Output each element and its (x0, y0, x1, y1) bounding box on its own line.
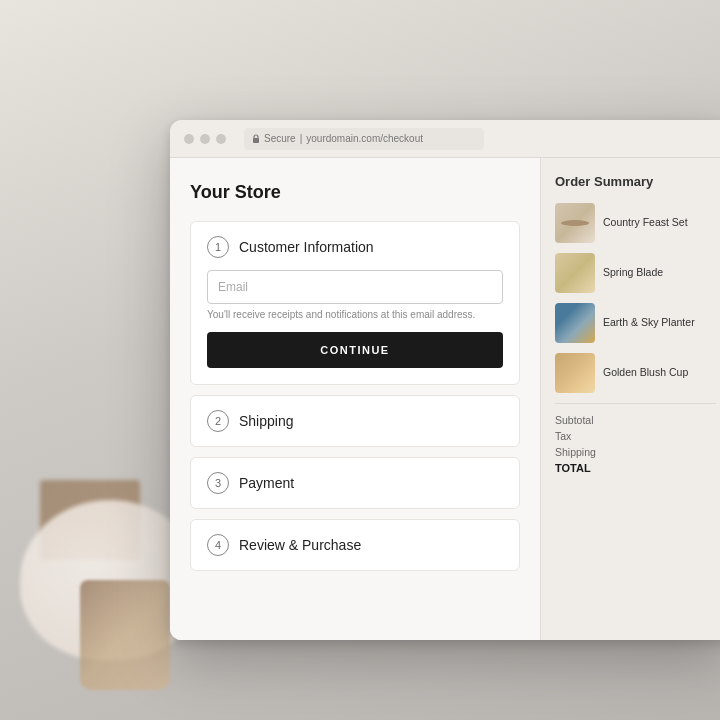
summary-line-tax: Tax (555, 430, 716, 442)
step-4-title: Review & Purchase (239, 537, 361, 553)
total-label: TOTAL (555, 462, 591, 474)
traffic-light-green (216, 134, 226, 144)
email-input[interactable] (207, 270, 503, 304)
order-item-3: Earth & Sky Planter (555, 303, 716, 343)
address-bar: Secure | yourdomain.com/checkout (244, 128, 484, 150)
item-thumb-3 (555, 303, 595, 343)
subtotal-label: Subtotal (555, 414, 594, 426)
item-thumb-4 (555, 353, 595, 393)
item-name-3: Earth & Sky Planter (603, 316, 695, 330)
bg-decoration-cup (80, 580, 170, 690)
step-customer-information: 1 Customer Information You'll receive re… (190, 221, 520, 385)
step-2-number: 2 (207, 410, 229, 432)
browser-chrome: Secure | yourdomain.com/checkout (170, 120, 720, 158)
step-1-title: Customer Information (239, 239, 374, 255)
step-4-header: 4 Review & Purchase (207, 534, 503, 556)
continue-button[interactable]: CONTINUE (207, 332, 503, 368)
step-2-title: Shipping (239, 413, 294, 429)
device-frame: Secure | yourdomain.com/checkout Your St… (170, 120, 720, 640)
step-review-purchase: 4 Review & Purchase (190, 519, 520, 571)
checkout-main: Your Store 1 Customer Information You'll… (170, 158, 540, 640)
traffic-light-red (184, 134, 194, 144)
summary-divider (555, 403, 716, 404)
summary-line-total: TOTAL (555, 462, 716, 474)
address-separator: | (300, 133, 303, 144)
item-name-2: Spring Blade (603, 266, 663, 280)
traffic-light-yellow (200, 134, 210, 144)
address-text: yourdomain.com/checkout (306, 133, 423, 144)
email-hint: You'll receive receipts and notification… (207, 309, 503, 320)
lock-icon (252, 134, 260, 144)
item-name-1: Country Feast Set (603, 216, 688, 230)
item-name-4: Golden Blush Cup (603, 366, 688, 380)
svg-rect-0 (253, 138, 259, 143)
summary-line-shipping: Shipping (555, 446, 716, 458)
order-summary-panel: Order Summary Country Feast Set Spring B… (540, 158, 720, 640)
order-item-2: Spring Blade (555, 253, 716, 293)
step-shipping: 2 Shipping (190, 395, 520, 447)
step-1-number: 1 (207, 236, 229, 258)
order-item-1: Country Feast Set (555, 203, 716, 243)
secure-label: Secure (264, 133, 296, 144)
step-3-number: 3 (207, 472, 229, 494)
store-name: Your Store (190, 182, 520, 203)
step-4-number: 4 (207, 534, 229, 556)
order-summary-title: Order Summary (555, 174, 716, 189)
step-2-header: 2 Shipping (207, 410, 503, 432)
summary-line-subtotal: Subtotal (555, 414, 716, 426)
step-3-title: Payment (239, 475, 294, 491)
item-thumb-2 (555, 253, 595, 293)
shipping-label: Shipping (555, 446, 596, 458)
step-payment: 3 Payment (190, 457, 520, 509)
step-3-header: 3 Payment (207, 472, 503, 494)
tax-label: Tax (555, 430, 571, 442)
step-1-header: 1 Customer Information (207, 236, 503, 258)
item-thumb-1 (555, 203, 595, 243)
browser-content: Your Store 1 Customer Information You'll… (170, 158, 720, 640)
order-item-4: Golden Blush Cup (555, 353, 716, 393)
